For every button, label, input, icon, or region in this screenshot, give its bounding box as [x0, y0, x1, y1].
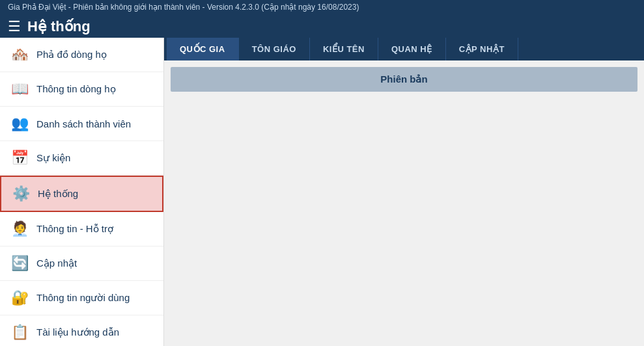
- tab-quan-he[interactable]: QUAN HỆ: [378, 38, 446, 60]
- sidebar-item-label-thong-tin-dong-ho: Thông tin dòng họ: [36, 83, 116, 95]
- content-area: Phiên bản: [164, 60, 644, 346]
- phien-ban-label: Phiên bản: [380, 73, 427, 85]
- thong-tin-dong-ho-icon: 📖: [9, 79, 30, 100]
- tab-kieu-ten[interactable]: KIỂU TÊN: [310, 38, 378, 60]
- app-title: Hệ thống: [27, 18, 91, 35]
- tab-quoc-gia[interactable]: QUỐC GIA: [167, 38, 239, 60]
- sidebar-item-danh-sach-thanh-vien[interactable]: 👥Danh sách thành viên: [0, 107, 163, 141]
- sidebar-item-pha-do[interactable]: 🏘️Phả đồ dòng họ: [0, 38, 163, 72]
- sidebar-item-label-thong-tin-ho-tro: Thông tin - Hỗ trợ: [36, 223, 113, 235]
- thong-tin-ho-tro-icon: 🧑‍💼: [9, 219, 30, 239]
- tai-lieu-huong-dan-icon: 📋: [9, 322, 30, 343]
- sidebar-item-label-tai-lieu-huong-dan: Tài liệu hướng dẫn: [36, 326, 119, 338]
- pha-do-icon: 🏘️: [9, 44, 30, 65]
- thong-tin-nguoi-dung-icon: 🔐: [9, 287, 30, 308]
- sidebar-item-thong-tin-ho-tro[interactable]: 🧑‍💼Thông tin - Hỗ trợ: [0, 212, 163, 246]
- topbar: Gia Phả Đại Việt - Phiên bản không giới …: [0, 0, 644, 38]
- main-content: QUỐC GIATÔN GIÁOKIỂU TÊNQUAN HỆCẬP NHẬT …: [164, 38, 644, 346]
- sidebar-item-he-thong[interactable]: ⚙️Hệ thống: [0, 176, 163, 212]
- sidebar-item-thong-tin-dong-ho[interactable]: 📖Thông tin dòng họ: [0, 72, 163, 107]
- sidebar-item-label-pha-do: Phả đồ dòng họ: [36, 49, 107, 60]
- sidebar-item-cap-nhat[interactable]: 🔄Cập nhật: [0, 246, 163, 281]
- cap-nhat-icon: 🔄: [9, 253, 30, 274]
- phien-ban-banner: Phiên bản: [171, 67, 637, 92]
- sidebar-item-label-thong-tin-nguoi-dung: Thông tin người dùng: [36, 292, 130, 304]
- danh-sach-thanh-vien-icon: 👥: [9, 113, 30, 134]
- su-kien-icon: 📅: [9, 148, 30, 168]
- sidebar-item-label-he-thong: Hệ thống: [38, 188, 78, 200]
- version-info: Gia Phả Đại Việt - Phiên bản không giới …: [8, 3, 359, 12]
- sidebar-item-label-su-kien: Sự kiện: [36, 152, 70, 164]
- sidebar-item-tai-lieu-huong-dan[interactable]: 📋Tài liệu hướng dẫn: [0, 315, 163, 346]
- tab-ton-giao[interactable]: TÔN GIÁO: [239, 38, 310, 60]
- hamburger-menu[interactable]: ☰: [8, 18, 21, 35]
- tab-bar: QUỐC GIATÔN GIÁOKIỂU TÊNQUAN HỆCẬP NHẬT: [164, 38, 644, 60]
- sidebar-item-thong-tin-nguoi-dung[interactable]: 🔐Thông tin người dùng: [0, 281, 163, 315]
- he-thong-icon: ⚙️: [10, 183, 31, 204]
- sidebar-item-su-kien[interactable]: 📅Sự kiện: [0, 141, 163, 176]
- sidebar-item-label-cap-nhat: Cập nhật: [36, 258, 77, 269]
- sidebar-item-label-danh-sach-thanh-vien: Danh sách thành viên: [36, 118, 131, 129]
- sidebar: 🏘️Phả đồ dòng họ📖Thông tin dòng họ👥Danh …: [0, 38, 164, 346]
- tab-cap-nhat[interactable]: CẬP NHẬT: [446, 38, 518, 60]
